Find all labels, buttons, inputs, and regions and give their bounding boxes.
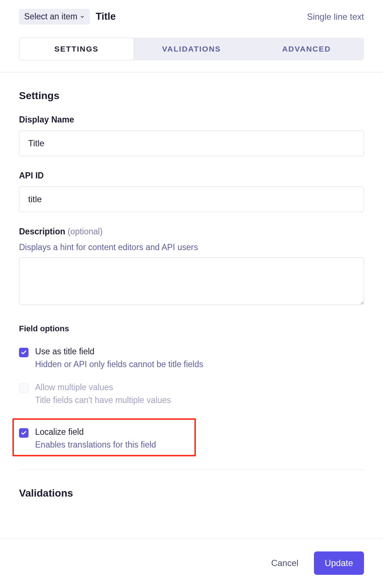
localize-checkbox[interactable] xyxy=(19,428,29,438)
localize-content: Localize field Enables translations for … xyxy=(35,427,189,450)
update-button[interactable]: Update xyxy=(314,551,364,575)
localize-hint: Enables translations for this field xyxy=(35,440,189,450)
header-left: Select an item Title xyxy=(19,9,116,24)
title-field-hint: Hidden or API only fields cannot be titl… xyxy=(35,359,364,369)
description-label-text: Description xyxy=(19,227,65,236)
title-field-option: Use as title field Hidden or API only fi… xyxy=(19,347,364,369)
api-id-label: API ID xyxy=(19,171,364,181)
localize-highlight-box: Localize field Enables translations for … xyxy=(12,418,196,456)
chevron-down-icon xyxy=(80,14,85,19)
multiple-values-hint: Title fields can't have multiple values xyxy=(35,395,364,405)
api-id-input[interactable] xyxy=(19,186,364,212)
footer: Cancel Update xyxy=(0,538,383,588)
title-field-label: Use as title field xyxy=(35,347,364,357)
tab-advanced[interactable]: ADVANCED xyxy=(249,38,364,60)
multiple-values-content: Allow multiple values Title fields can't… xyxy=(35,382,364,405)
localize-label: Localize field xyxy=(35,427,189,437)
tab-validations[interactable]: VALIDATIONS xyxy=(134,38,249,60)
multiple-values-option: Allow multiple values Title fields can't… xyxy=(19,382,364,405)
field-type-label: Single line text xyxy=(307,12,364,22)
header: Select an item Title Single line text xyxy=(0,0,383,24)
localize-option: Localize field Enables translations for … xyxy=(19,427,189,450)
description-hint: Displays a hint for content editors and … xyxy=(19,242,364,252)
tab-settings[interactable]: SETTINGS xyxy=(19,38,134,60)
field-title: Title xyxy=(96,11,116,22)
multiple-values-checkbox xyxy=(19,384,29,393)
display-name-input[interactable] xyxy=(19,131,364,156)
section-divider xyxy=(19,470,364,470)
select-item-label: Select an item xyxy=(24,12,77,22)
content-area: Settings Display Name API ID Description… xyxy=(0,72,383,551)
display-name-group: Display Name xyxy=(19,115,364,156)
description-label: Description (optional) xyxy=(19,227,364,237)
cancel-button[interactable]: Cancel xyxy=(271,558,299,568)
checkmark-icon xyxy=(21,350,27,355)
checkmark-icon xyxy=(21,430,27,436)
title-field-checkbox[interactable] xyxy=(19,348,29,357)
description-optional: (optional) xyxy=(65,227,103,236)
title-field-content: Use as title field Hidden or API only fi… xyxy=(35,347,364,369)
description-group: Description (optional) Displays a hint f… xyxy=(19,227,364,306)
field-options-heading: Field options xyxy=(19,324,364,333)
tabs: SETTINGS VALIDATIONS ADVANCED xyxy=(19,38,364,60)
settings-heading: Settings xyxy=(19,90,364,102)
description-textarea[interactable] xyxy=(19,257,364,305)
select-item-dropdown[interactable]: Select an item xyxy=(19,9,90,24)
display-name-label: Display Name xyxy=(19,115,364,125)
multiple-values-label: Allow multiple values xyxy=(35,382,364,392)
api-id-group: API ID xyxy=(19,171,364,212)
validations-heading: Validations xyxy=(19,487,364,499)
